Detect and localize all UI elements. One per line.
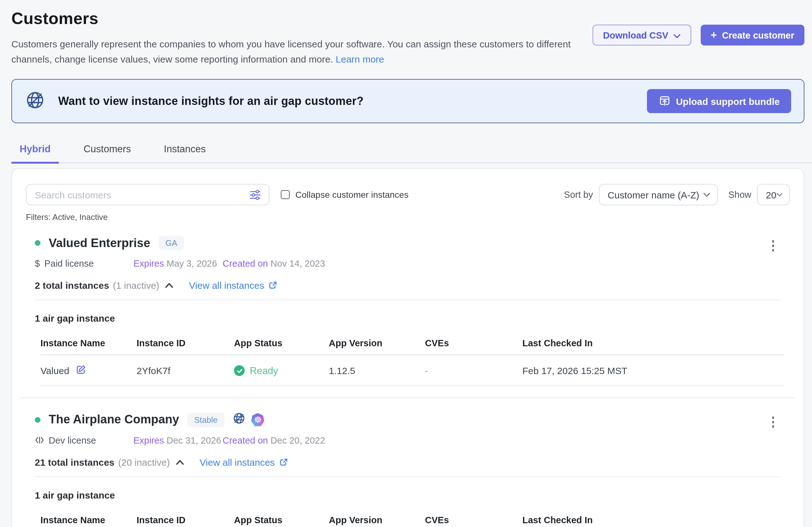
upload-icon (658, 94, 671, 108)
edit-icon[interactable] (76, 365, 86, 377)
page-description: Customers generally represent the compan… (11, 37, 584, 67)
external-link-icon (269, 281, 277, 289)
plus-icon: + (710, 29, 717, 41)
customers-card: Collapse customer instances Sort by Cust… (11, 168, 804, 527)
collapse-instances-toggle[interactable]: Collapse customer instances (281, 190, 408, 200)
airgap-instances-heading: 1 air gap instance (35, 313, 781, 323)
app-version: 1.12.5 (329, 355, 425, 386)
expires-field: Expires Dec 31, 2026 (133, 435, 221, 446)
filter-sliders-icon[interactable] (247, 189, 269, 201)
channel-badge: GA (158, 236, 184, 250)
table-header-row: Instance Name Instance ID App Status App… (41, 507, 784, 527)
collapse-instances-checkbox[interactable] (281, 190, 290, 199)
learn-more-link[interactable]: Learn more (336, 54, 384, 64)
banner-title: Want to view instance insights for an ai… (58, 94, 364, 108)
col-instance-id: Instance ID (136, 330, 234, 355)
instances-summary-row: 21 total instances (20 inactive) View al… (35, 457, 781, 468)
col-instance-name: Instance Name (41, 330, 136, 355)
customer-header: The Airplane Company Stable ☸ (35, 412, 781, 427)
tab-customers[interactable]: Customers (75, 135, 139, 164)
col-cves: CVEs (425, 507, 522, 527)
external-link-icon (279, 458, 287, 466)
download-csv-label: Download CSV (603, 30, 668, 40)
chevron-up-icon[interactable] (165, 283, 173, 288)
instances-inactive: (1 inactive) (113, 280, 159, 291)
expires-value: May 3, 2026 (166, 258, 217, 269)
show-count-select[interactable]: 20 (757, 184, 790, 205)
toolbar-right: Sort by Customer name (A-Z) Show 20 (564, 184, 790, 205)
customer-menu-button[interactable] (769, 415, 777, 430)
created-field: Created on Nov 14, 2023 (222, 258, 325, 269)
customer-name[interactable]: The Airplane Company (49, 412, 179, 426)
customer-divider (18, 397, 795, 398)
search-box (26, 184, 270, 205)
chevron-down-icon (703, 192, 710, 197)
airgap-banner: Want to view instance insights for an ai… (11, 79, 804, 123)
view-all-instances-label: View all instances (189, 280, 264, 291)
upload-support-bundle-button[interactable]: Upload support bundle (647, 89, 791, 113)
tab-instances[interactable]: Instances (156, 135, 214, 164)
channel-badge: Stable (187, 412, 224, 427)
customer-header: Valued Enterprise GA (35, 236, 781, 250)
cves-value: - (425, 355, 522, 386)
col-instance-name: Instance Name (41, 507, 136, 527)
customer-valued-enterprise: Valued Enterprise GA $ Paid license Expi… (12, 236, 804, 386)
customer-meta: $ Paid license Expires May 3, 2026 Creat… (35, 258, 781, 270)
view-all-instances-link[interactable]: View all instances (200, 457, 287, 468)
airgap-globe-icon (233, 412, 245, 427)
kubernetes-icon: ☸ (251, 413, 264, 426)
customer-name[interactable]: Valued Enterprise (49, 236, 150, 250)
created-value: Nov 14, 2023 (271, 258, 325, 269)
col-cves: CVEs (425, 330, 522, 355)
chevron-down-icon (776, 192, 782, 197)
customers-page: Customers Customers generally represent … (0, 0, 812, 527)
app-status: Ready (234, 365, 329, 376)
show-label: Show (728, 190, 751, 200)
last-checked-in: Feb 17, 2026 15:25 MST (522, 355, 784, 386)
paid-license-icon: $ (35, 258, 40, 269)
download-csv-button[interactable]: Download CSV (592, 25, 691, 45)
expires-label: Expires (133, 435, 164, 446)
customer-meta: Dev license Expires Dec 31, 2026 Created… (35, 435, 781, 447)
airgap-instances-table: Instance Name Instance ID App Status App… (41, 507, 784, 527)
table-header-row: Instance Name Instance ID App Status App… (41, 330, 784, 355)
col-instance-id: Instance ID (136, 507, 234, 527)
show-count-value: 20 (766, 189, 776, 200)
expires-label: Expires (133, 258, 164, 269)
tab-bar: Hybrid Customers Instances (11, 135, 812, 163)
view-all-instances-link[interactable]: View all instances (189, 280, 277, 291)
instances-inactive: (20 inactive) (118, 457, 170, 468)
col-last-checked-in: Last Checked In (522, 330, 784, 355)
col-app-status: App Status (234, 330, 329, 355)
customer-menu-button[interactable] (769, 238, 777, 253)
license-type-label: Dev license (49, 435, 96, 446)
airgap-globe-icon (25, 90, 45, 112)
chevron-down-icon (673, 30, 680, 40)
toolbar: Collapse customer instances Sort by Cust… (12, 184, 804, 205)
instance-id: 2YfoK7f (136, 355, 234, 386)
active-filters-label: Filters: Active, Inactive (12, 212, 804, 222)
sort-by-value: Customer name (A-Z) (607, 189, 699, 200)
instances-total: 21 total instances (35, 457, 114, 468)
tab-hybrid[interactable]: Hybrid (11, 135, 59, 164)
airgap-instances-table: Instance Name Instance ID App Status App… (41, 330, 784, 386)
instance-name: Valued (41, 365, 69, 376)
app-status-label: Ready (250, 365, 278, 376)
instances-summary-row: 2 total instances (1 inactive) View all … (35, 280, 781, 291)
col-app-version: App Version (329, 330, 425, 355)
create-customer-button[interactable]: + Create customer (700, 25, 804, 45)
license-type: Dev license (35, 435, 96, 446)
created-value: Dec 20, 2022 (271, 435, 325, 446)
sort-by-label: Sort by (564, 190, 593, 200)
sort-by-select[interactable]: Customer name (A-Z) (598, 184, 717, 205)
col-app-status: App Status (234, 507, 329, 527)
active-status-dot (35, 240, 41, 246)
header-actions: Download CSV + Create customer (592, 25, 804, 45)
divider (35, 300, 781, 300)
page-description-text: Customers generally represent the compan… (11, 39, 571, 64)
col-app-version: App Version (329, 507, 425, 527)
search-input[interactable] (27, 189, 247, 200)
collapse-instances-label: Collapse customer instances (295, 190, 408, 200)
created-label: Created on (222, 435, 268, 446)
chevron-up-icon[interactable] (175, 460, 184, 465)
